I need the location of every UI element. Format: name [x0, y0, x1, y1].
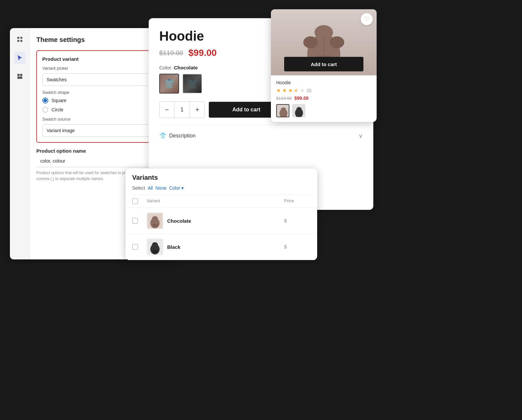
product-option-heading: Product option name	[36, 148, 165, 154]
star-5: ★	[300, 87, 305, 94]
swatch-chocolate[interactable]: 👕	[159, 74, 179, 94]
variant-checkbox-1[interactable]	[132, 218, 138, 224]
radio-square-circle	[42, 97, 48, 103]
variant-picker-label: Variant picker	[42, 66, 159, 71]
cursor-icon[interactable]	[14, 52, 26, 64]
variant-name-black: Black	[167, 244, 180, 250]
variants-header: Variants Select All None Color ▾	[126, 169, 317, 195]
mini-card-image: ♡ Add to cart	[271, 9, 377, 75]
variant-price-chocolate: $	[284, 218, 311, 223]
variant-name-chocolate: Chocolate	[167, 218, 191, 224]
product-option-input[interactable]	[36, 155, 165, 167]
quantity-value: 1	[174, 102, 190, 118]
svg-point-15	[281, 107, 286, 112]
quantity-increase-button[interactable]: +	[190, 102, 205, 118]
mini-product-card: ♡ Add to cart Hoodie ★ ★ ★ ★★ ★ (3) $119…	[271, 9, 377, 122]
mini-product-name: Hoodie	[276, 80, 371, 85]
filter-all-link[interactable]: All	[148, 185, 153, 191]
svg-point-10	[330, 36, 344, 48]
mini-swatches	[276, 104, 371, 117]
swatch-shape-label: Swatch shape	[42, 90, 159, 95]
swatch-shape-radio-group: Square Circle	[42, 97, 159, 113]
quantity-control: − 1 +	[159, 101, 205, 118]
svg-rect-0	[17, 37, 19, 39]
review-count: (3)	[307, 88, 312, 93]
sections-icon[interactable]	[14, 70, 26, 82]
star-2: ★	[282, 87, 287, 94]
radio-circle-label: Circle	[52, 107, 63, 112]
variants-filter: Select All None Color ▾	[132, 185, 311, 195]
swatch-source-label: Swatch source	[42, 117, 159, 122]
star-3: ★	[288, 87, 293, 94]
selected-color: Chocolate	[174, 65, 198, 70]
star-1: ★	[276, 87, 281, 94]
variant-checkbox-2[interactable]	[132, 244, 138, 250]
shirt-icon: 👕	[159, 132, 167, 139]
variant-row-black: Black $	[126, 234, 317, 260]
select-label: Select	[132, 185, 145, 191]
radio-circle[interactable]: Circle	[42, 107, 159, 113]
variant-checkbox-wrapper-2	[132, 244, 147, 250]
editor-title: Theme settings	[36, 36, 165, 44]
svg-rect-5	[20, 74, 22, 76]
svg-rect-4	[17, 74, 19, 76]
product-variant-section: Product variant Variant picker SwatchesD…	[36, 50, 165, 143]
mini-prices: $119.00 $99.00	[276, 95, 371, 101]
svg-point-25	[152, 242, 158, 248]
editor-sidebar	[10, 28, 30, 259]
variant-price-black: $	[284, 244, 311, 249]
svg-point-9	[303, 36, 318, 48]
swatch-source-select[interactable]: Variant imageColor metafield	[42, 124, 159, 137]
radio-square[interactable]: Square	[42, 97, 159, 103]
original-price: $119.00	[159, 49, 183, 57]
swatch-source-select-wrapper: Variant imageColor metafield ⇅	[42, 124, 159, 137]
description-left: 👕 Description	[159, 132, 196, 139]
col-checkbox	[132, 198, 147, 204]
radio-circle-circle	[42, 107, 48, 113]
svg-rect-1	[20, 37, 22, 39]
svg-point-18	[296, 107, 302, 112]
variants-table-header: Variant Price	[126, 195, 317, 208]
radio-square-label: Square	[52, 98, 66, 103]
filter-none-link[interactable]: None	[155, 185, 166, 191]
variant-row-chocolate: Chocolate $	[126, 208, 317, 234]
variant-col-header: Variant	[147, 198, 284, 204]
description-row[interactable]: 👕 Description ∨	[159, 128, 363, 144]
variant-info-black: Black	[147, 239, 284, 255]
price-col-header: Price	[284, 198, 311, 204]
section-heading: Product variant	[42, 56, 159, 62]
variant-checkbox-wrapper-1	[132, 218, 147, 224]
variant-picker-select-wrapper: SwatchesDropdownButtons ⇅	[42, 73, 159, 86]
filter-chevron-icon: ▾	[181, 185, 184, 191]
variant-picker-select[interactable]: SwatchesDropdownButtons	[42, 73, 159, 86]
wishlist-button[interactable]: ♡	[361, 13, 373, 25]
svg-rect-26	[152, 250, 158, 253]
svg-rect-22	[152, 224, 158, 227]
mini-card-body: Hoodie ★ ★ ★ ★★ ★ (3) $119.00 $99.00	[271, 75, 377, 122]
svg-rect-2	[17, 40, 19, 42]
variant-img-black	[147, 239, 163, 255]
mini-swatch-brown[interactable]	[276, 104, 289, 117]
divider-1	[159, 125, 363, 125]
svg-rect-6	[17, 77, 22, 79]
swatch-black[interactable]: 👕	[182, 74, 202, 94]
grid-icon[interactable]	[14, 33, 26, 45]
sale-price: $99.00	[188, 48, 217, 58]
mini-sale-price: $99.00	[294, 95, 309, 101]
star-4: ★★	[294, 87, 299, 94]
variant-info-chocolate: Chocolate	[147, 212, 284, 229]
svg-point-21	[152, 216, 158, 221]
select-all-checkbox[interactable]	[132, 198, 138, 204]
quantity-decrease-button[interactable]: −	[160, 102, 174, 118]
chevron-down-icon: ∨	[358, 132, 363, 139]
variants-panel: Variants Select All None Color ▾ Variant…	[126, 169, 317, 260]
mini-swatch-black[interactable]	[292, 104, 305, 117]
variants-title: Variants	[132, 174, 311, 181]
mini-stars: ★ ★ ★ ★★ ★ (3)	[276, 87, 371, 94]
svg-rect-3	[20, 40, 22, 42]
description-label: Description	[169, 133, 196, 139]
mini-add-to-cart-button[interactable]: Add to cart	[284, 57, 363, 71]
mini-original-price: $119.00	[276, 96, 292, 101]
filter-color-dropdown[interactable]: Color ▾	[169, 185, 184, 191]
variant-img-chocolate	[147, 212, 163, 229]
